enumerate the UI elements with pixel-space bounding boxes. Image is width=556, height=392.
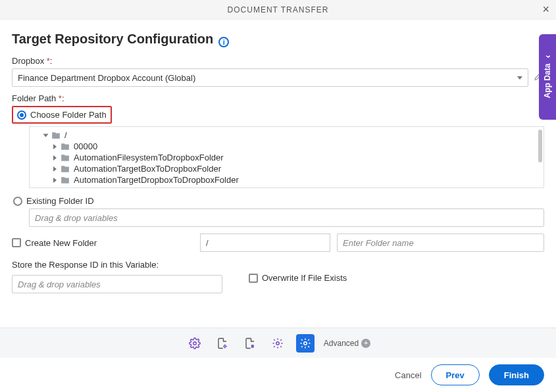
tree-item[interactable]: AutomationTargetDropboxToDropboxFolder xyxy=(35,174,538,185)
chevron-left-icon: ‹ xyxy=(542,55,553,59)
chevron-right-icon[interactable] xyxy=(53,166,57,172)
dropbox-label: Dropbox *: xyxy=(12,56,544,66)
folder-tree[interactable]: / 00000 AutomationFilesystemToDropboxFol… xyxy=(29,126,544,188)
chevron-right-icon[interactable] xyxy=(53,144,57,149)
chevron-down-icon xyxy=(517,76,522,80)
chevron-right-icon[interactable] xyxy=(53,155,57,160)
svg-point-3 xyxy=(276,341,280,345)
dropbox-selected-value: Finance Department Dropbox Account (Glob… xyxy=(18,73,195,83)
chevron-right-icon[interactable] xyxy=(53,178,57,183)
cancel-button[interactable]: Cancel xyxy=(395,370,421,380)
document-cog-icon[interactable] xyxy=(241,334,259,353)
tree-root[interactable]: / xyxy=(35,130,538,141)
content-area: Target Repository Configuration i Dropbo… xyxy=(0,20,556,328)
create-folder-row: Create New Folder / Enter Folder name xyxy=(12,233,544,252)
gear-icon[interactable] xyxy=(186,334,204,353)
folder-icon xyxy=(61,176,70,185)
folder-icon xyxy=(51,131,61,140)
settings-active-icon[interactable] xyxy=(296,334,315,353)
store-response-label: Store the Response ID in this Variable: xyxy=(12,260,222,270)
tree-item[interactable]: AutomationTargetBoxToDropboxFolder xyxy=(35,163,538,174)
folder-name-input[interactable]: Enter Folder name xyxy=(337,233,544,252)
store-response-row: Store the Response ID in this Variable: … xyxy=(12,260,544,293)
folder-icon xyxy=(61,142,70,151)
existing-folder-radio[interactable] xyxy=(13,197,22,206)
page-heading: Target Repository Configuration i xyxy=(12,32,544,47)
create-folder-label: Create New Folder xyxy=(25,238,97,248)
window-title: DOCUMENT TRANSFER xyxy=(228,5,329,14)
advanced-toggle[interactable]: Advanced + xyxy=(324,339,370,348)
existing-folder-input[interactable]: Drag & drop variables xyxy=(29,208,544,227)
document-gear-icon[interactable] xyxy=(213,334,232,353)
svg-point-1 xyxy=(224,345,226,347)
finish-button[interactable]: Finish xyxy=(489,364,544,385)
choose-folder-path-row: Choose Folder Path xyxy=(12,106,112,124)
toolbar-strip: Advanced + xyxy=(0,328,556,358)
overwrite-checkbox[interactable] xyxy=(249,274,258,283)
info-icon[interactable]: i xyxy=(218,37,229,47)
choose-folder-label: Choose Folder Path xyxy=(30,110,107,120)
tree-item[interactable]: 00000 xyxy=(35,141,538,152)
store-response-input[interactable]: Drag & drop variables xyxy=(12,275,222,293)
tree-scrollbar[interactable] xyxy=(538,130,542,162)
svg-point-4 xyxy=(304,341,307,345)
choose-folder-radio[interactable] xyxy=(17,110,26,120)
folder-icon xyxy=(61,153,70,162)
page-title: Target Repository Configuration xyxy=(12,32,213,47)
dropbox-select[interactable]: Finance Department Dropbox Account (Glob… xyxy=(12,68,528,87)
app-data-side-tab[interactable]: App Data ‹ xyxy=(539,34,556,120)
prev-button[interactable]: Prev xyxy=(431,364,480,385)
create-folder-checkbox[interactable] xyxy=(12,238,21,247)
footer: Advanced + Cancel Prev Finish xyxy=(0,328,556,392)
chevron-down-icon[interactable] xyxy=(43,134,49,137)
existing-folder-label: Existing Folder ID xyxy=(26,196,94,206)
folder-path-label: Folder Path *: xyxy=(12,93,544,103)
existing-folder-row: Existing Folder ID xyxy=(12,193,544,208)
tree-item[interactable]: AutomationFilesystemToDropboxFolder xyxy=(35,152,538,163)
svg-point-0 xyxy=(193,341,197,345)
create-folder-path: / xyxy=(200,233,330,252)
titlebar: DOCUMENT TRANSFER × xyxy=(0,0,556,20)
button-row: Cancel Prev Finish xyxy=(0,358,556,392)
overwrite-label: Overwrite If File Exists xyxy=(262,273,347,283)
plus-icon: + xyxy=(361,339,370,348)
folder-icon xyxy=(61,164,70,174)
gear-icon-2[interactable] xyxy=(268,334,287,353)
close-icon[interactable]: × xyxy=(542,3,549,15)
